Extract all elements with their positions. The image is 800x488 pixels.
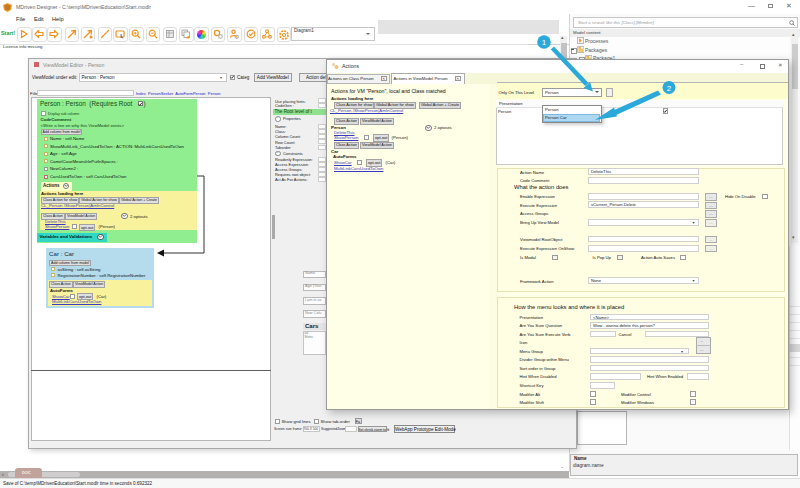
svg-text:2: 2: [667, 84, 672, 93]
svg-text:1: 1: [542, 38, 547, 47]
